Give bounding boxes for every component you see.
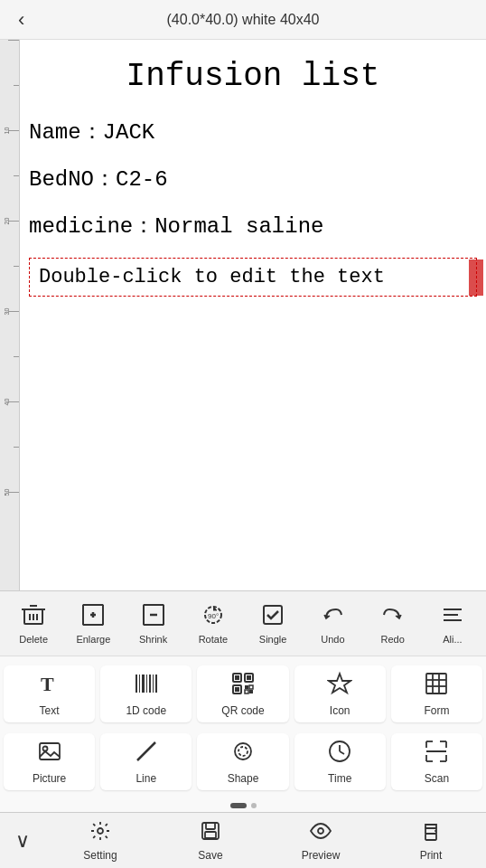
label-line-2[interactable]: medicine：Normal saline	[29, 211, 477, 240]
scan-icon	[424, 739, 449, 769]
expand-button[interactable]: ∨	[0, 829, 45, 853]
svg-rect-47	[245, 690, 248, 693]
preview-nav-item[interactable]: Preview	[266, 820, 376, 862]
label-line-1[interactable]: BedNO：C2-6	[29, 164, 477, 193]
preview-label: Preview	[302, 849, 341, 862]
svg-point-58	[235, 743, 251, 760]
svg-rect-35	[146, 675, 147, 693]
icon-tool[interactable]: Icon	[294, 665, 386, 722]
align-button[interactable]: Ali...	[423, 599, 482, 648]
save-label: Save	[198, 849, 222, 862]
preview-icon	[310, 820, 332, 847]
svg-rect-42	[247, 675, 251, 680]
save-nav-item[interactable]: Save	[155, 820, 266, 862]
setting-label: Setting	[83, 849, 117, 862]
barcode-icon	[134, 671, 159, 701]
text-tool[interactable]: T Text	[4, 665, 95, 722]
svg-rect-44	[235, 687, 239, 692]
svg-rect-75	[205, 832, 216, 838]
form-icon	[424, 671, 449, 701]
form-tool[interactable]: Form	[391, 665, 482, 722]
qrcode-tool[interactable]: QR code	[197, 665, 288, 722]
resize-handle[interactable]	[469, 259, 483, 296]
line-tool[interactable]: Line	[100, 733, 192, 790]
svg-rect-55	[40, 743, 60, 760]
delete-button[interactable]: Delete	[4, 599, 63, 648]
qrcode-icon	[230, 671, 256, 701]
svg-rect-36	[149, 675, 151, 693]
delete-icon	[21, 602, 46, 631]
align-label: Ali...	[443, 634, 462, 645]
toolbar-row1: Delete Enlarge	[0, 590, 486, 656]
svg-text:T: T	[41, 673, 54, 695]
svg-point-76	[318, 828, 323, 834]
form-label: Form	[424, 704, 449, 717]
qrcode-label: QR code	[221, 704, 264, 717]
print-nav-item[interactable]: Print	[376, 820, 486, 862]
rotate-button[interactable]: 90° Rotate	[183, 599, 243, 648]
svg-rect-48	[249, 685, 253, 689]
header: ‹ (40.0*40.0) white 40x40	[0, 0, 486, 40]
undo-icon	[320, 602, 345, 631]
scan-label: Scan	[425, 772, 449, 785]
svg-line-57	[137, 742, 155, 760]
redo-icon	[380, 602, 406, 631]
svg-rect-37	[153, 675, 154, 693]
delete-label: Delete	[19, 634, 48, 645]
single-label: Single	[259, 634, 287, 645]
svg-point-59	[238, 747, 248, 756]
picture-icon	[37, 739, 62, 769]
svg-rect-34	[142, 675, 145, 693]
line-label: Line	[136, 772, 156, 785]
enlarge-label: Enlarge	[76, 634, 110, 645]
svg-rect-77	[425, 834, 436, 840]
scan-tool[interactable]: Scan	[391, 733, 482, 790]
text-edit-box[interactable]: Double-click to edit the text	[29, 258, 477, 297]
icon-label: Icon	[330, 704, 350, 717]
shrink-label: Shrink	[139, 634, 167, 645]
page-indicator	[0, 799, 486, 812]
1dcode-tool[interactable]: 1D code	[100, 665, 192, 722]
picture-tool[interactable]: Picture	[4, 733, 95, 790]
star-icon	[327, 671, 352, 701]
chevron-down-icon: ∨	[15, 829, 30, 853]
line-icon	[134, 739, 159, 769]
redo-button[interactable]: Redo	[363, 599, 423, 648]
enlarge-button[interactable]: Enlarge	[63, 599, 123, 648]
svg-rect-27	[264, 606, 282, 624]
shrink-button[interactable]: Shrink	[124, 599, 183, 648]
setting-icon	[89, 820, 111, 847]
time-tool[interactable]: Time	[294, 733, 386, 790]
svg-marker-49	[329, 674, 350, 693]
back-button[interactable]: ‹	[11, 5, 32, 35]
undo-label: Undo	[321, 634, 344, 645]
shape-icon	[230, 739, 256, 769]
svg-text:90°: 90°	[208, 612, 219, 620]
header-title: (40.0*40.0) white 40x40	[167, 12, 320, 28]
svg-rect-46	[249, 690, 253, 693]
single-button[interactable]: Single	[243, 599, 303, 648]
tool-grid-row2: Picture Line Shape Time	[0, 731, 486, 799]
dot-2	[251, 803, 257, 808]
dot-1	[230, 803, 247, 808]
1dcode-label: 1D code	[126, 704, 166, 717]
save-icon	[200, 820, 221, 847]
rotate-label: Rotate	[199, 634, 228, 645]
canvas-area: 1020304050 Infusion list Name：JACK BedNO…	[0, 40, 486, 590]
single-icon	[260, 602, 285, 631]
shape-tool[interactable]: Shape	[197, 733, 288, 790]
undo-button[interactable]: Undo	[303, 599, 362, 648]
shrink-icon	[141, 602, 166, 631]
label-line-0[interactable]: Name：JACK	[29, 117, 477, 146]
svg-rect-32	[136, 675, 137, 693]
print-icon	[420, 820, 442, 847]
svg-rect-33	[139, 675, 140, 693]
tool-grid-row1: T Text 1D code	[0, 656, 486, 731]
svg-rect-38	[155, 675, 157, 693]
svg-rect-40	[235, 675, 239, 680]
align-icon	[440, 602, 465, 631]
shape-label: Shape	[228, 772, 259, 785]
svg-rect-45	[245, 685, 248, 689]
setting-nav-item[interactable]: Setting	[45, 820, 155, 862]
svg-rect-74	[206, 823, 215, 829]
